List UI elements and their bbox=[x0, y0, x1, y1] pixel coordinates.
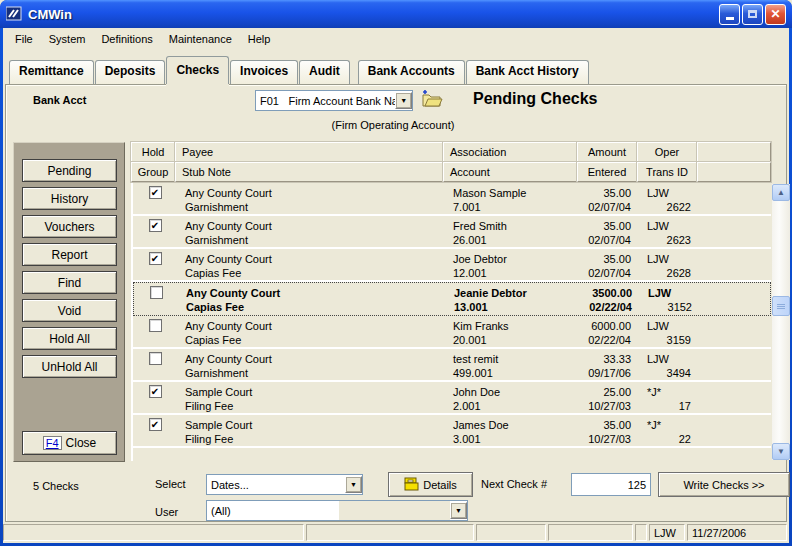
select-value: Dates... bbox=[207, 479, 249, 491]
chevron-down-icon[interactable]: ▼ bbox=[345, 476, 362, 493]
amount-cell: 35.00 bbox=[579, 415, 639, 431]
maximize-icon[interactable] bbox=[742, 4, 763, 25]
table-row[interactable]: ✔ Sample Court Filing Fee John Doe 2.001… bbox=[133, 382, 771, 415]
tab-audit[interactable]: Audit bbox=[299, 60, 350, 84]
tab-deposits[interactable]: Deposits bbox=[95, 60, 166, 84]
bank-acct-code: F01 bbox=[256, 95, 279, 107]
trans-id-cell: 3152 bbox=[640, 299, 700, 315]
void-button[interactable]: Void bbox=[22, 299, 117, 322]
menu-maintenance[interactable]: Maintenance bbox=[161, 30, 240, 48]
tab-invoices[interactable]: Invoices bbox=[230, 60, 298, 84]
grid-body: ✔ Any County Court Garnishment Mason Sam… bbox=[131, 183, 771, 461]
close-button-label: Close bbox=[66, 436, 97, 450]
hold-checkbox[interactable]: ✔ bbox=[149, 418, 162, 431]
association-cell: Joe Debtor bbox=[445, 249, 579, 265]
payee-cell: Sample Court bbox=[177, 415, 445, 431]
chevron-down-icon[interactable]: ▼ bbox=[395, 92, 412, 109]
hold-checkbox[interactable]: ✔ bbox=[149, 219, 162, 232]
check-icon: ✔ bbox=[151, 220, 159, 231]
grid-header: Hold Payee Association Amount Oper Group… bbox=[131, 142, 771, 182]
table-row[interactable]: ✔ Any County Court Garnishment test remi… bbox=[133, 349, 771, 382]
stub-note-cell: Garnishment bbox=[177, 365, 445, 381]
check-icon: ✔ bbox=[151, 253, 159, 264]
tab-bank-accounts[interactable]: Bank Accounts bbox=[358, 60, 465, 84]
unhold-all-button[interactable]: UnHold All bbox=[22, 355, 117, 378]
scroll-down-icon[interactable]: ▼ bbox=[772, 443, 790, 460]
tab-checks[interactable]: Checks bbox=[166, 56, 229, 84]
menu-system[interactable]: System bbox=[41, 30, 94, 48]
report-button[interactable]: Report bbox=[22, 243, 117, 266]
association-cell: Fred Smith bbox=[445, 216, 579, 232]
minimize-icon[interactable] bbox=[719, 4, 740, 25]
titlebar: CMWin ✕ bbox=[0, 0, 792, 28]
hold-checkbox[interactable]: ✔ bbox=[149, 186, 162, 199]
trans-id-cell: 3494 bbox=[639, 365, 699, 381]
tab-bank-acct-history[interactable]: Bank Acct History bbox=[466, 60, 589, 84]
entered-cell: 10/27/03 bbox=[579, 398, 639, 414]
pending-button[interactable]: Pending bbox=[22, 159, 117, 182]
row-filler bbox=[699, 316, 771, 347]
amount-cell: 35.00 bbox=[579, 183, 639, 199]
table-row[interactable]: ✔ Any County Court Capias Fee Kim Franks… bbox=[133, 316, 771, 349]
payee-cell: Sample Court bbox=[177, 382, 445, 398]
col-account: Account bbox=[443, 162, 577, 182]
table-row[interactable]: ✔ Any County Court Capias Fee Joe Debtor… bbox=[133, 249, 771, 282]
status-panel-3 bbox=[476, 524, 546, 541]
table-row[interactable]: ✔ Any County Court Capias Fee Jeanie Deb… bbox=[133, 282, 771, 316]
col-stub-note: Stub Note bbox=[175, 162, 443, 182]
hold-checkbox[interactable]: ✔ bbox=[149, 319, 162, 332]
stub-note-cell: Garnishment bbox=[177, 232, 445, 248]
account-cell: 2.001 bbox=[445, 398, 579, 414]
account-cell: 499.001 bbox=[445, 365, 579, 381]
find-button[interactable]: Find bbox=[22, 271, 117, 294]
bank-acct-combo[interactable]: F01 Firm Account Bank Na ▼ bbox=[255, 90, 413, 111]
payee-cell: Any County Court bbox=[178, 283, 446, 299]
account-cell: 7.001 bbox=[445, 199, 579, 215]
vouchers-button[interactable]: Vouchers bbox=[22, 215, 117, 238]
scroll-up-icon[interactable]: ▲ bbox=[772, 184, 790, 201]
hold-checkbox[interactable]: ✔ bbox=[149, 385, 162, 398]
menu-file[interactable]: File bbox=[7, 30, 41, 48]
account-cell: 13.001 bbox=[446, 299, 580, 315]
table-row[interactable]: ✔ Any County Court Garnishment Fred Smit… bbox=[133, 216, 771, 249]
details-icon bbox=[404, 477, 419, 493]
vertical-scrollbar[interactable]: ▲ ▼ bbox=[772, 184, 790, 460]
association-cell: Kim Franks bbox=[445, 316, 579, 332]
close-f4-button[interactable]: F4 Close bbox=[22, 431, 117, 455]
hold-all-button[interactable]: Hold All bbox=[22, 327, 117, 350]
close-icon[interactable]: ✕ bbox=[765, 4, 786, 25]
tab-remittance[interactable]: Remittance bbox=[9, 60, 94, 84]
entered-cell: 02/22/04 bbox=[580, 299, 640, 315]
next-check-input[interactable]: 125 bbox=[571, 473, 651, 496]
user-value: (All) bbox=[207, 505, 339, 517]
trans-id-cell: 17 bbox=[639, 398, 699, 414]
entered-cell: 02/07/04 bbox=[579, 232, 639, 248]
write-checks-button[interactable]: Write Checks >> bbox=[658, 472, 790, 497]
payee-cell: Any County Court bbox=[177, 183, 445, 199]
account-cell: 12.001 bbox=[445, 265, 579, 281]
menu-help[interactable]: Help bbox=[240, 30, 279, 48]
tab-strip: Remittance Deposits Checks Invoices Audi… bbox=[9, 56, 590, 84]
row-filler bbox=[699, 249, 771, 280]
stub-note-cell: Filing Fee bbox=[177, 398, 445, 414]
table-row[interactable]: ✔ Sample Court Filing Fee James Doe 3.00… bbox=[133, 415, 771, 448]
details-button[interactable]: Details bbox=[388, 472, 473, 497]
oper-cell: *J* bbox=[639, 382, 699, 398]
account-cell: 26.001 bbox=[445, 232, 579, 248]
hold-checkbox[interactable]: ✔ bbox=[149, 252, 162, 265]
open-folder-icon[interactable] bbox=[421, 89, 443, 109]
status-bar: LJW 11/27/2006 bbox=[3, 522, 789, 543]
chevron-down-icon[interactable]: ▼ bbox=[450, 502, 467, 519]
scrollbar-thumb[interactable] bbox=[772, 296, 790, 316]
col-amount: Amount bbox=[577, 142, 637, 162]
payee-cell: Any County Court bbox=[177, 349, 445, 365]
account-cell: 20.001 bbox=[445, 332, 579, 348]
select-dropdown[interactable]: Dates... ▼ bbox=[206, 474, 363, 495]
user-dropdown[interactable]: (All) ▼ bbox=[206, 500, 468, 521]
check-icon: ✔ bbox=[151, 187, 159, 198]
table-row[interactable]: ✔ Any County Court Garnishment Mason Sam… bbox=[133, 183, 771, 216]
menu-definitions[interactable]: Definitions bbox=[93, 30, 160, 48]
history-button[interactable]: History bbox=[22, 187, 117, 210]
hold-checkbox[interactable]: ✔ bbox=[150, 286, 163, 299]
hold-checkbox[interactable]: ✔ bbox=[149, 352, 162, 365]
